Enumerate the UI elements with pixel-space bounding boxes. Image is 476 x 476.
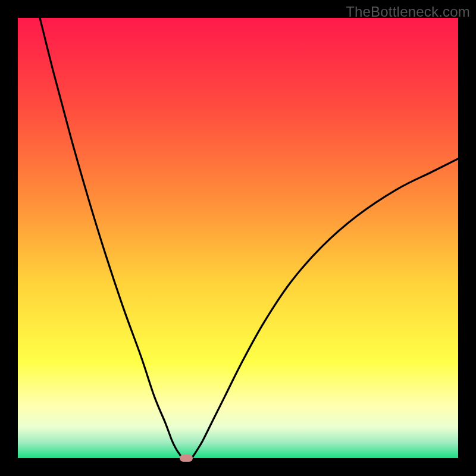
plot-frame xyxy=(18,18,458,458)
plot-background-gradient xyxy=(18,18,458,458)
svg-rect-0 xyxy=(18,18,458,458)
optimum-marker xyxy=(180,455,193,462)
watermark-text: TheBottleneck.com xyxy=(346,4,470,20)
